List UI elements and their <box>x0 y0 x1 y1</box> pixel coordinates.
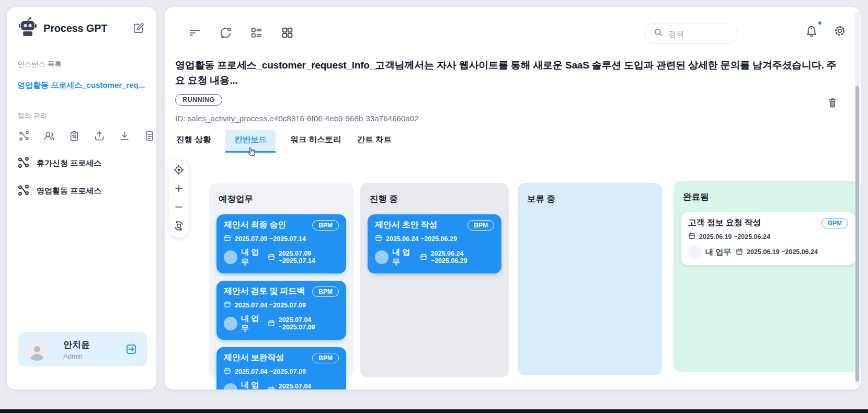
card-title: 제안서 최종 승인 <box>224 220 286 231</box>
search-input[interactable] <box>668 29 721 38</box>
card-dates: 2025.07.04 ~2025.07.09 <box>235 368 306 375</box>
assignee-name: 내 업무 <box>392 247 415 267</box>
rotate-reset-icon[interactable] <box>172 219 186 233</box>
download-icon[interactable] <box>118 129 131 143</box>
bpm-badge: BPM <box>821 218 848 228</box>
hand-cursor-icon <box>245 145 258 160</box>
calendar-icon <box>688 232 695 241</box>
chat-icon[interactable] <box>218 25 233 40</box>
tab-gantt-chart[interactable]: 간트 차트 <box>356 130 393 153</box>
kanban-board: 예정업무 제안서 최종 승인 BPM 2025.07.09 ~2025.07.1… <box>209 183 861 389</box>
process-label: 영업활동 프로세스 <box>37 186 101 196</box>
sidebar-item-process-vacation[interactable]: 휴가신청 프로세스 <box>17 156 146 170</box>
vertical-scrollbar[interactable] <box>855 12 860 385</box>
avatar <box>26 338 49 361</box>
sort-filter-icon[interactable] <box>187 25 202 40</box>
assignee-name: 내 업무 <box>241 247 263 267</box>
kanban-column-todo: 예정업무 제안서 최종 승인 BPM 2025.07.09 ~2025.07.1… <box>209 183 353 377</box>
kanban-column-onhold: 보류 중 <box>518 183 662 375</box>
calendar-icon <box>268 319 275 328</box>
card-title: 제안서 검토 및 피드백 <box>224 286 305 297</box>
search-box[interactable] <box>644 23 737 44</box>
card-title: 제안서 초안 작성 <box>375 220 437 231</box>
window-bottom-edge <box>0 409 868 413</box>
workflow-icon[interactable] <box>17 129 31 143</box>
workflow-icon <box>17 184 30 198</box>
kanban-card[interactable]: 제안서 검토 및 피드백 BPM 2025.07.04 ~2025.07.09 … <box>216 281 346 340</box>
assignee-dates: 2025.07.09 ~2025.07.14 <box>279 250 339 265</box>
delete-trash-icon[interactable] <box>825 95 840 110</box>
column-title: 예정업무 <box>219 193 346 205</box>
card-dates: 2025.07.04 ~2025.07.09 <box>235 302 306 309</box>
sidebar-item-process-sales[interactable]: 영업활동 프로세스 <box>17 184 146 198</box>
column-title: 진행 중 <box>370 193 501 205</box>
tab-progress-status[interactable]: 진행 상황 <box>175 130 212 153</box>
kanban-card[interactable]: 제안서 초안 작성 BPM 2025.06.24 ~2025.06.29 내 업… <box>368 214 501 273</box>
kanban-card[interactable]: 제안서 보완작성 BPM 2025.07.04 ~2025.07.09 내 업무… <box>216 347 346 389</box>
calendar-icon <box>268 386 275 390</box>
calendar-icon <box>224 301 231 309</box>
tab-bar: 진행 상황 칸반보드 워크 히스토리 간트 차트 <box>175 130 393 153</box>
card-dates: 2025.06.24 ~2025.06.29 <box>386 235 457 243</box>
bpm-badge: BPM <box>312 353 339 363</box>
board-zoom-controls <box>169 159 189 238</box>
card-dates: 2025.07.09 ~2025.07.14 <box>235 235 306 243</box>
assignee-avatar <box>224 250 237 264</box>
calendar-icon <box>268 253 275 262</box>
scrollbar-thumb[interactable] <box>855 86 859 382</box>
calendar-icon <box>224 234 231 243</box>
sidebar-item-active-instance[interactable]: 영업활동 프로세스_customer_req... <box>17 81 146 90</box>
status-badge: RUNNING <box>175 94 222 106</box>
assignee-name: 내 업무 <box>705 247 731 257</box>
view-toolbar <box>187 25 295 40</box>
card-dates: 2025.06.19 ~2025.06.24 <box>699 233 770 240</box>
robot-logo-icon <box>17 17 38 40</box>
assignee-name: 내 업무 <box>241 380 263 389</box>
assignee-avatar <box>688 245 702 259</box>
bpm-badge: BPM <box>312 286 339 297</box>
zoom-out-icon[interactable] <box>173 201 185 213</box>
assignee-dates: 2025.07.04 ~2025.07.09 <box>279 316 339 331</box>
card-title: 제안서 보완작성 <box>224 352 284 363</box>
user-role: Admin <box>63 352 117 360</box>
process-label: 휴가신청 프로세스 <box>37 158 101 168</box>
zoom-in-icon[interactable] <box>173 182 185 195</box>
instance-id: ID: sales_activity_process.e40c8316-6f06… <box>175 114 419 123</box>
assignee-avatar <box>224 317 237 330</box>
column-title: 보류 중 <box>527 193 655 205</box>
notification-dot <box>818 21 821 25</box>
bpm-badge: BPM <box>467 220 494 231</box>
calendar-icon <box>736 248 743 257</box>
notifications-bell-icon[interactable] <box>804 23 819 39</box>
user-name: 안치윤 <box>63 339 117 351</box>
tab-work-history[interactable]: 워크 히스토리 <box>289 130 342 153</box>
user-card[interactable]: 안치윤 Admin <box>18 332 147 366</box>
assignee-name: 내 업무 <box>241 314 263 334</box>
instances-section-label: 인스턴스 목록 <box>17 60 146 69</box>
upload-icon[interactable] <box>93 129 106 143</box>
grid-view-icon[interactable] <box>280 25 295 40</box>
sidebar: Process GPT 인스턴스 목록 영업활동 프로세스_customer_r… <box>7 7 156 389</box>
assignee-avatar <box>375 250 389 264</box>
bpm-badge: BPM <box>312 220 339 231</box>
main-panel: 영업활동 프로세스_customer_request_info_고객님께서는 자… <box>165 7 861 389</box>
clipboard-icon[interactable] <box>67 129 81 143</box>
column-title: 완료됨 <box>683 191 854 203</box>
kanban-column-done: 완료됨 고객 정보 요청 작성 BPM 2025.06.19 ~2025.06.… <box>673 181 861 372</box>
tab-kanban-board[interactable]: 칸반보드 <box>225 130 276 153</box>
users-icon[interactable] <box>42 129 56 143</box>
calendar-icon <box>420 253 427 262</box>
definitions-section-label: 정의 관리 <box>17 111 146 121</box>
assignee-dates: 2025.07.04 ~2025.07.09 <box>279 383 339 389</box>
new-edit-icon[interactable] <box>131 21 146 36</box>
settings-gear-icon[interactable] <box>832 23 848 39</box>
assignee-avatar <box>224 383 237 389</box>
focus-target-icon[interactable] <box>172 163 186 177</box>
kanban-card[interactable]: 제안서 최종 승인 BPM 2025.07.09 ~2025.07.14 내 업… <box>216 214 346 273</box>
kanban-card[interactable]: 고객 정보 요청 작성 BPM 2025.06.19 ~2025.06.24 내… <box>681 212 855 265</box>
assignee-dates: 2025.06.19 ~2025.06.24 <box>747 248 818 256</box>
list-view-icon[interactable] <box>249 25 264 40</box>
document-icon[interactable] <box>143 129 156 143</box>
logout-icon[interactable] <box>124 342 139 357</box>
instance-title: 영업활동 프로세스_customer_request_info_고객님께서는 자… <box>175 58 844 88</box>
